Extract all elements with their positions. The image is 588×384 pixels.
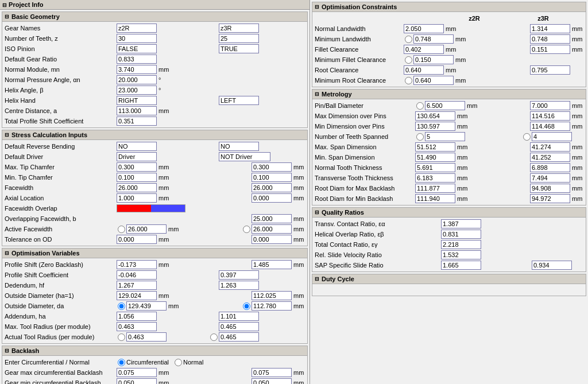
num-teeth-spanned-z2r-input[interactable]: [425, 132, 465, 141]
normal-landwidth-z2r-input[interactable]: [404, 24, 444, 33]
num-teeth-spanned-z3r-radio[interactable]: [523, 133, 531, 141]
minimum-landwidth-z3r-input[interactable]: [530, 34, 570, 44]
axial-location-z2r-input[interactable]: [117, 193, 157, 203]
sap-specific-z2r-input[interactable]: [441, 261, 481, 270]
outside-diam-da-z2r-input[interactable]: [126, 301, 167, 311]
max-tool-radius-z2r-input[interactable]: [117, 322, 157, 331]
root-diam-max-z2r-input[interactable]: [415, 184, 455, 193]
outside-diam-da-z3r-input[interactable]: [252, 301, 292, 311]
transverse-tooth-thick-z3r-input[interactable]: [530, 173, 570, 183]
gear-max-circ-z2r-input[interactable]: [117, 368, 157, 377]
root-clearance-z2r-input[interactable]: [404, 65, 444, 75]
pin-ball-diam-z2r-radio[interactable]: [416, 102, 424, 110]
addendum-ha-z3r-input[interactable]: [219, 312, 259, 321]
max-tip-chamfer-z2r-input[interactable]: [117, 162, 157, 172]
collapse-icon-opt-constraints[interactable]: ⊟: [315, 4, 319, 10]
min-span-dimen-z2r-input[interactable]: [415, 153, 455, 162]
num-teeth-spanned-z3r-input[interactable]: [532, 132, 572, 141]
min-tip-chamfer-z3r-input[interactable]: [252, 173, 292, 182]
circumferential-radio[interactable]: [118, 359, 125, 366]
min-root-clearance-radio[interactable]: [405, 77, 412, 84]
iso-pinion-z2r-input[interactable]: [117, 44, 157, 53]
normal-module-input[interactable]: [117, 65, 157, 74]
outside-diam-da-z2r-radio[interactable]: [118, 302, 125, 310]
gear-min-circ-z2r-input[interactable]: [117, 378, 157, 384]
total-profile-input[interactable]: [117, 117, 157, 126]
minimum-landwidth-z2r-radio[interactable]: [405, 36, 412, 43]
actual-tool-radius-z2r-radio[interactable]: [118, 333, 125, 341]
facewidth-z3r-input[interactable]: [252, 183, 292, 192]
outside-diam-da-z3r-radio[interactable]: [243, 302, 250, 310]
actual-tool-radius-z2r-input[interactable]: [126, 332, 167, 342]
profile-shift-zero-z2r-input[interactable]: [117, 260, 157, 269]
profile-shift-coeff-z3r-input[interactable]: [219, 270, 259, 280]
addendum-ha-z2r-input[interactable]: [117, 312, 157, 321]
max-span-dimen-z3r-input[interactable]: [530, 142, 570, 152]
fillet-clearance-z3r-input[interactable]: [530, 45, 570, 54]
root-diam-max-z3r-input[interactable]: [530, 184, 570, 193]
default-driver-z3r-input[interactable]: [219, 152, 270, 161]
normal-landwidth-z3r-input[interactable]: [530, 24, 570, 33]
active-facewidth-z2r-radio[interactable]: [118, 226, 125, 233]
active-facewidth-z3r-radio[interactable]: [243, 226, 250, 233]
min-fillet-clearance-radio[interactable]: [405, 56, 412, 64]
outside-diam-ha1-z3r-input[interactable]: [252, 291, 292, 300]
num-teeth-spanned-z2r-radio[interactable]: [416, 133, 424, 141]
collapse-icon-quality[interactable]: ⊟: [315, 210, 319, 215]
default-reverse-z3r-input[interactable]: [219, 142, 259, 151]
sap-specific-z3r-input[interactable]: [532, 261, 572, 270]
max-span-dimen-z2r-input[interactable]: [415, 142, 455, 152]
num-teeth-z2r-input[interactable]: [117, 34, 157, 43]
helix-angle-input[interactable]: [117, 86, 157, 95]
collapse-icon-metrology[interactable]: ⊟: [315, 91, 319, 97]
root-diam-min-z2r-input[interactable]: [415, 194, 455, 203]
normal-tooth-thick-z3r-input[interactable]: [530, 163, 570, 172]
max-dim-over-pins-z3r-input[interactable]: [530, 111, 570, 121]
num-teeth-z3r-input[interactable]: [219, 34, 259, 43]
min-fillet-clearance-input[interactable]: [413, 55, 454, 64]
max-dim-over-pins-z2r-input[interactable]: [415, 111, 455, 121]
overlapping-facewidth-input[interactable]: [252, 214, 292, 223]
collapse-icon-backlash[interactable]: ⊟: [5, 348, 9, 354]
actual-tool-radius-z3r-input[interactable]: [219, 332, 259, 342]
collapse-icon-basic[interactable]: ⊟: [5, 14, 9, 20]
default-driver-z2r-input[interactable]: [117, 152, 157, 161]
normal-tooth-thick-z2r-input[interactable]: [415, 163, 455, 172]
collapse-icon-duty-cycle[interactable]: ⊟: [315, 276, 319, 282]
gear-min-circ-z3r-input[interactable]: [252, 378, 292, 384]
helix-hand-z3r-input[interactable]: [219, 96, 259, 105]
min-tip-chamfer-z2r-input[interactable]: [117, 173, 157, 182]
actual-tool-radius-z3r-radio[interactable]: [210, 333, 218, 341]
gear-names-z2r-input[interactable]: [117, 24, 157, 33]
active-facewidth-z2r-input[interactable]: [126, 224, 167, 234]
minimum-landwidth-z2r-input[interactable]: [413, 34, 454, 44]
axial-location-z3r-input[interactable]: [252, 193, 292, 203]
collapse-icon-opt-vars[interactable]: ⊟: [5, 250, 9, 256]
max-tool-radius-z3r-input[interactable]: [219, 322, 259, 331]
min-dim-over-pins-z2r-input[interactable]: [415, 122, 455, 131]
outside-diam-ha1-z2r-input[interactable]: [117, 291, 157, 300]
normal-radio[interactable]: [175, 359, 182, 366]
dedendum-z2r-input[interactable]: [117, 281, 157, 290]
max-tip-chamfer-z3r-input[interactable]: [252, 162, 292, 172]
helical-overlap-input[interactable]: [441, 230, 481, 239]
collapse-icon-stress[interactable]: ⊟: [5, 132, 9, 138]
rel-slide-vel-input[interactable]: [441, 250, 481, 259]
default-reverse-z2r-input[interactable]: [117, 142, 157, 151]
pin-ball-diam-z3r-input[interactable]: [530, 101, 570, 110]
fillet-clearance-z2r-input[interactable]: [404, 45, 444, 54]
root-clearance-z3r-input[interactable]: [530, 65, 570, 75]
default-gear-ratio-input[interactable]: [117, 55, 157, 64]
dedendum-z3r-input[interactable]: [219, 281, 259, 290]
pin-ball-diam-z2r-input[interactable]: [425, 101, 465, 110]
min-root-clearance-input[interactable]: [413, 76, 454, 85]
active-facewidth-z3r-input[interactable]: [252, 224, 292, 234]
min-span-dimen-z3r-input[interactable]: [530, 153, 570, 162]
profile-shift-zero-z3r-input[interactable]: [252, 260, 292, 269]
min-dim-over-pins-z3r-input[interactable]: [530, 122, 570, 131]
helix-hand-z2r-input[interactable]: [117, 96, 157, 105]
root-diam-min-z3r-input[interactable]: [530, 194, 570, 203]
tolerance-od-z2r-input[interactable]: [117, 235, 157, 244]
transverse-contact-input[interactable]: [441, 219, 481, 228]
gear-max-circ-z3r-input[interactable]: [252, 368, 292, 377]
